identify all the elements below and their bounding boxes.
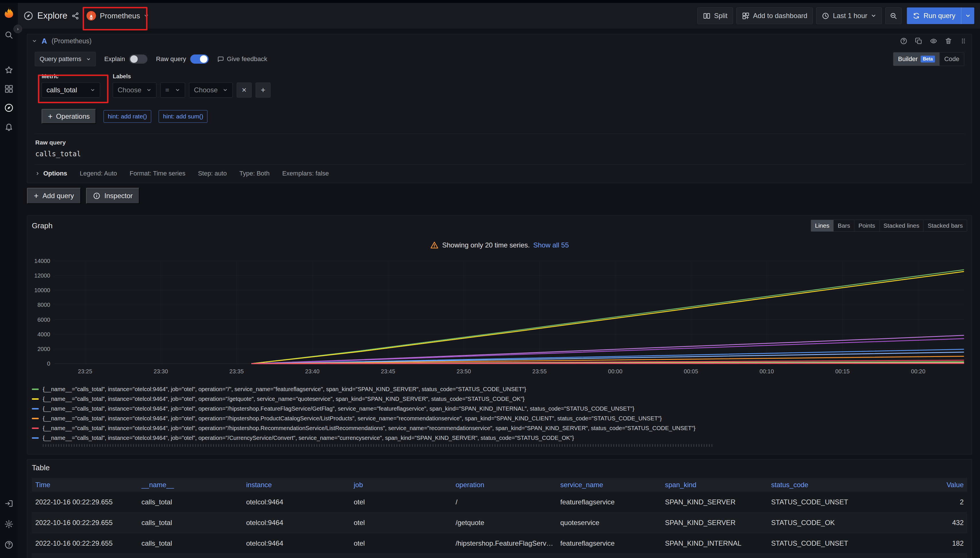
label-name-select[interactable]: Choose (113, 82, 156, 97)
editor-mode-switch: Builder Beta Code (893, 52, 964, 66)
sidebar-expand-button[interactable]: › (13, 25, 22, 33)
code-mode-button[interactable]: Code (939, 53, 964, 66)
legend-item[interactable]: {__name__="calls_total", instance="otelc… (32, 404, 967, 414)
mode-lines-button[interactable]: Lines (811, 220, 834, 232)
mode-bars-button[interactable]: Bars (834, 220, 854, 232)
grafana-logo[interactable] (3, 6, 15, 20)
remove-label-filter-button[interactable]: × (237, 82, 252, 97)
mode-stacked-bars-button[interactable]: Stacked bars (923, 220, 967, 232)
label-operator-select[interactable]: = (160, 82, 185, 97)
table-header-value[interactable]: Value (901, 478, 967, 492)
query-ref-id[interactable]: A (41, 37, 47, 46)
raw-query-toggle-group: Raw query (156, 54, 209, 64)
add-query-button[interactable]: + Add query (27, 188, 81, 204)
give-feedback-label: Give feedback (227, 55, 267, 63)
metric-field-label: Metric (41, 73, 100, 80)
gear-icon[interactable] (4, 520, 13, 530)
zoom-out-button[interactable] (885, 7, 902, 24)
starred-icon[interactable] (4, 66, 13, 76)
chevron-down-icon (871, 13, 876, 19)
explain-toggle[interactable] (129, 54, 148, 64)
legend-swatch (32, 389, 39, 390)
mode-points-button[interactable]: Points (854, 220, 879, 232)
table-cell: / (452, 492, 557, 512)
drag-handle-icon[interactable] (960, 37, 967, 45)
mode-stacked-lines-button[interactable]: Stacked lines (879, 220, 924, 232)
table-header-servicename[interactable]: service_name (557, 478, 661, 492)
table-header-name[interactable]: __name__ (138, 478, 243, 492)
run-query-button-group: Run query (907, 7, 974, 24)
datasource-picker[interactable]: Prometheus (86, 11, 149, 21)
table-cell: otel (350, 533, 452, 554)
options-expander[interactable]: Options (35, 170, 67, 177)
query-patterns-dropdown[interactable]: Query patterns (35, 52, 96, 66)
add-to-dashboard-button[interactable]: Add to dashboard (737, 7, 813, 24)
run-query-button[interactable]: Run query (907, 7, 961, 24)
collapse-chevron-icon[interactable] (32, 38, 37, 44)
label-name-placeholder: Choose (118, 86, 141, 94)
label-value-select[interactable]: Choose (189, 82, 233, 97)
trash-icon[interactable] (945, 37, 952, 45)
plus-icon: + (48, 112, 53, 120)
legend-swatch (32, 408, 39, 409)
table-header-spankind[interactable]: span_kind (661, 478, 768, 492)
table-header-time[interactable]: Time (32, 478, 138, 492)
share-icon[interactable] (71, 12, 79, 20)
alerting-bell-icon[interactable] (4, 122, 13, 133)
legend-item[interactable]: {__name__="calls_total", instance="otelc… (32, 423, 967, 433)
table-header-statuscode[interactable]: status_code (768, 478, 901, 492)
split-button[interactable]: Split (697, 7, 733, 24)
legend-item[interactable]: {__name__="calls_total", instance="otelc… (32, 414, 967, 423)
explore-icon[interactable] (4, 103, 13, 113)
query-editor-panel: A (Prometheus) Query patterns Explain (27, 34, 972, 183)
sign-in-icon[interactable] (4, 499, 13, 509)
table-cell: /hipstershop.FeatureFlagServi… (452, 533, 557, 554)
svg-text:23:35: 23:35 (230, 368, 244, 374)
show-all-series-link[interactable]: Show all 55 (533, 241, 569, 249)
table-cell: calls_total (138, 554, 243, 558)
table-header-instance[interactable]: instance (243, 478, 350, 492)
time-range-picker[interactable]: Last 1 hour (816, 7, 882, 24)
copy-icon[interactable] (915, 37, 922, 45)
eye-icon[interactable] (930, 37, 937, 45)
split-label: Split (714, 12, 728, 20)
chevron-down-icon (965, 13, 971, 19)
inspector-button[interactable]: Inspector (86, 188, 140, 204)
plus-icon: + (34, 192, 38, 200)
legend-label: {__name__="calls_total", instance="otelc… (43, 435, 574, 441)
help-circle-icon[interactable] (900, 37, 908, 45)
svg-text:00:15: 00:15 (835, 368, 850, 374)
operations-row: + Operations hint: add rate() hint: add … (41, 109, 964, 124)
legend-label: {__name__="calls_total", instance="otelc… (43, 386, 526, 392)
hint-add-rate-button[interactable]: hint: add rate() (104, 110, 151, 123)
dashboards-icon[interactable] (4, 84, 13, 95)
table-cell: 2022-10-16 00:22:29.655 (32, 554, 138, 558)
legend-swatch (32, 398, 39, 400)
builder-mode-button[interactable]: Builder Beta (893, 53, 939, 66)
query-row-header: A (Prometheus) (27, 34, 972, 48)
run-query-dropdown[interactable] (961, 7, 974, 24)
prometheus-logo-icon (86, 11, 96, 21)
search-icon[interactable] (4, 30, 13, 41)
svg-text:23:45: 23:45 (381, 368, 395, 374)
table-cell: STATUS_CODE_UNSET (768, 492, 901, 512)
metric-select[interactable]: calls_total (41, 82, 100, 97)
hint-add-sum-button[interactable]: hint: add sum() (159, 110, 207, 123)
table-header-row: Time__name__instancejoboperationservice_… (32, 478, 967, 492)
table-header-operation[interactable]: operation (452, 478, 557, 492)
legend-item[interactable]: {__name__="calls_total", instance="otelc… (32, 384, 967, 394)
give-feedback-link[interactable]: Give feedback (217, 55, 267, 63)
option-legend: Legend: Auto (80, 170, 117, 177)
time-series-chart[interactable]: 0200040006000800010000120001400023:2523:… (32, 257, 967, 382)
table-header-job[interactable]: job (350, 478, 452, 492)
table-cell: STATUS_CODE_OK (768, 512, 901, 533)
navbar-actions: Split Add to dashboard Last 1 hour Run q… (697, 7, 974, 24)
legend-item[interactable]: {__name__="calls_total", instance="otelc… (32, 394, 967, 404)
raw-query-toggle[interactable] (190, 54, 209, 64)
add-label-filter-button[interactable]: + (256, 82, 271, 97)
legend-swatch (32, 437, 39, 439)
legend-item[interactable]: {__name__="calls_total", instance="otelc… (32, 433, 967, 443)
add-operation-button[interactable]: + Operations (41, 109, 96, 124)
help-icon[interactable] (4, 540, 13, 551)
compass-icon (23, 11, 33, 21)
